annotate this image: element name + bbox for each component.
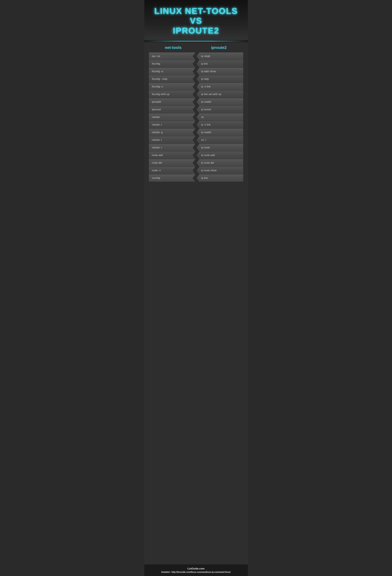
table-row: ip addr show [197, 68, 243, 75]
table-row: ss -l [197, 136, 243, 144]
right-col-header: iproute2 [198, 45, 239, 50]
table-row: ip route [197, 144, 243, 151]
column-headers: net-tools iproute2 [149, 45, 243, 50]
divider [144, 41, 248, 42]
table-row: ip neigh [197, 52, 243, 60]
table-row: ip maddr [197, 98, 243, 106]
table-row: ip tunnel [197, 106, 243, 113]
table-row: ip route show [197, 167, 243, 174]
left-col-header: net-tools [153, 45, 194, 50]
main-content: net-tools iproute2 arp -naifconfigifconf… [144, 42, 248, 564]
table-row: arp -na [149, 52, 195, 60]
table-row: ip route add [197, 151, 243, 159]
table-row: ifconfig eth0 up [149, 90, 195, 98]
table-row: ip link [197, 60, 243, 68]
comparison-table: arp -naifconfigifconfig -aifconfig --hel… [149, 52, 243, 182]
table-row: route del [149, 159, 195, 167]
table-row: ss [197, 113, 243, 121]
table-row: ipmaddr [149, 98, 195, 106]
page-wrapper: LINUX NET-TOOLS VS IPROUTE2 net-tools ip… [144, 0, 248, 576]
footer: LinOxide.com Detailed : http://linoxide.… [144, 564, 248, 576]
table-row: netstat -r [149, 144, 195, 151]
table-row: ip help [197, 75, 243, 83]
table-row: ifconfig -a [149, 68, 195, 75]
footer-site: LinOxide.com [147, 567, 245, 570]
table-row: vconfig [149, 174, 195, 182]
footer-url: Detailed : http://linoxide.com/linux-com… [147, 571, 245, 573]
table-row: ip route del [197, 159, 243, 167]
left-panel: arp -naifconfigifconfig -aifconfig --hel… [149, 52, 195, 182]
table-row: ifconfig --help [149, 75, 195, 83]
table-row: ip link [197, 174, 243, 182]
table-row: ip -s link [197, 121, 243, 129]
table-row: route -n [149, 167, 195, 174]
table-row: netstat -g [149, 129, 195, 136]
table-row: ip link set eth0 up [197, 90, 243, 98]
table-row: ifconfig -s [149, 83, 195, 90]
table-row: ip maddr [197, 129, 243, 136]
table-row: netstat -i [149, 121, 195, 129]
table-row: ifconfig [149, 60, 195, 68]
table-row: iptunnel [149, 106, 195, 113]
table-row: netstat -l [149, 136, 195, 144]
page-title: LINUX NET-TOOLS VS IPROUTE2 [147, 6, 245, 35]
table-row: route add [149, 151, 195, 159]
header: LINUX NET-TOOLS VS IPROUTE2 [144, 0, 248, 40]
right-panel: ip neighip linkip addr showip helpip -s … [197, 52, 243, 182]
table-row: netstat [149, 113, 195, 121]
table-row: ip -s link [197, 83, 243, 90]
